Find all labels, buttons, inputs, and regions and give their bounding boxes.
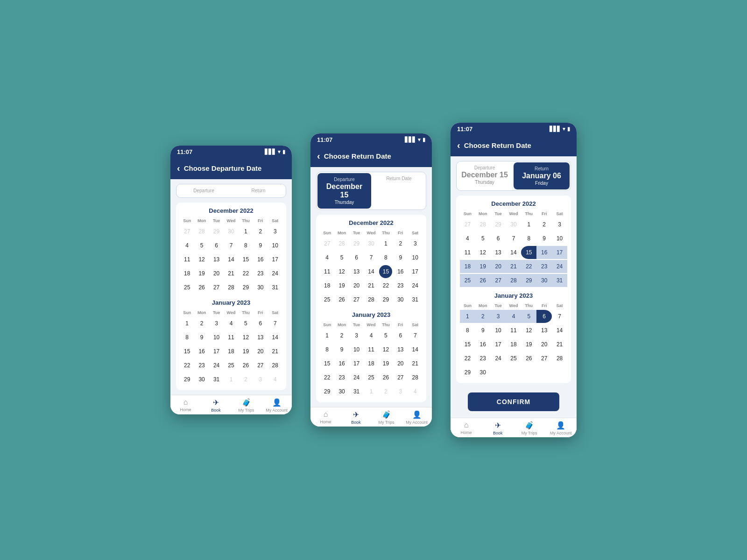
calendar-day[interactable]: 8 [239, 239, 252, 252]
calendar-day[interactable]: 28 [409, 371, 422, 384]
calendar-day[interactable]: 15 [521, 246, 536, 259]
calendar-day[interactable]: 4 [506, 310, 521, 323]
calendar-day[interactable]: 26 [475, 274, 491, 287]
nav-item-my-trips[interactable]: 🧳My Trips [231, 398, 261, 413]
nav-item-book[interactable]: ✈Book [201, 398, 231, 413]
calendar-day[interactable]: 15 [461, 338, 474, 351]
calendar-day[interactable]: 14 [365, 265, 378, 278]
calendar-day[interactable]: 4 [225, 317, 238, 330]
calendar-day[interactable]: 18 [460, 260, 475, 273]
calendar-day[interactable]: 21 [365, 279, 378, 292]
calendar-day[interactable]: 12 [379, 343, 392, 356]
calendar-day[interactable]: 13 [538, 324, 551, 337]
calendar-day[interactable]: 5 [379, 329, 392, 342]
calendar-day[interactable]: 22 [521, 260, 536, 273]
calendar-day[interactable]: 2 [475, 310, 491, 323]
calendar-day[interactable]: 8 [461, 324, 474, 337]
calendar-day[interactable]: 2 [394, 237, 407, 250]
nav-item-my-account[interactable]: 👤My Account [402, 410, 432, 425]
calendar-day[interactable]: 17 [492, 338, 505, 351]
calendar-day[interactable]: 7 [365, 251, 378, 264]
calendar-day[interactable]: 24 [268, 267, 282, 280]
calendar-day[interactable]: 27 [254, 359, 267, 372]
calendar-day[interactable]: 13 [492, 246, 505, 259]
back-button[interactable]: ‹ [317, 151, 320, 161]
calendar-day[interactable]: 10 [553, 232, 566, 245]
calendar-day[interactable]: 16 [254, 253, 267, 266]
calendar-day[interactable]: 7 [553, 310, 566, 323]
calendar-day[interactable]: 18 [181, 267, 194, 280]
calendar-day[interactable]: 28 [553, 352, 566, 365]
calendar-day[interactable]: 7 [225, 239, 238, 252]
return-tab[interactable]: Return January 06 Friday [514, 162, 570, 189]
nav-item-book[interactable]: ✈Book [482, 421, 514, 435]
calendar-day[interactable]: 18 [321, 279, 334, 292]
calendar-day[interactable]: 30 [476, 366, 489, 379]
calendar-day[interactable]: 29 [521, 274, 536, 287]
calendar-day[interactable]: 9 [335, 343, 348, 356]
calendar-day[interactable]: 29 [181, 373, 194, 386]
calendar-day[interactable]: 12 [239, 331, 252, 344]
calendar-day[interactable]: 21 [553, 338, 566, 351]
calendar-day[interactable]: 31 [350, 385, 363, 398]
calendar-day[interactable]: 3 [210, 317, 223, 330]
calendar-day[interactable]: 19 [239, 345, 252, 358]
calendar-day[interactable]: 5 [195, 239, 208, 252]
calendar-day[interactable]: 6 [254, 317, 267, 330]
calendar-day[interactable]: 28 [506, 274, 521, 287]
confirm-button[interactable]: CONFIRM [468, 392, 560, 411]
calendar-day[interactable]: 26 [335, 293, 348, 306]
calendar-day[interactable]: 6 [492, 232, 505, 245]
calendar-day[interactable]: 21 [409, 357, 422, 370]
calendar-day[interactable]: 12 [335, 265, 348, 278]
calendar-day[interactable]: 6 [536, 310, 552, 323]
calendar-day[interactable]: 1 [181, 317, 194, 330]
calendar-day[interactable]: 24 [552, 260, 567, 273]
calendar-day[interactable]: 26 [195, 281, 208, 294]
calendar-day[interactable]: 6 [210, 239, 223, 252]
calendar-day[interactable]: 11 [365, 343, 378, 356]
calendar-day[interactable]: 3 [553, 218, 566, 231]
calendar-day[interactable]: 30 [536, 274, 552, 287]
calendar-day[interactable]: 22 [379, 279, 392, 292]
calendar-day[interactable]: 22 [239, 267, 252, 280]
calendar-day[interactable]: 20 [491, 260, 506, 273]
calendar-day[interactable]: 4 [461, 232, 474, 245]
calendar-day[interactable]: 29 [461, 366, 474, 379]
calendar-day[interactable]: 7 [268, 317, 282, 330]
calendar-day[interactable]: 20 [350, 279, 363, 292]
calendar-day[interactable]: 27 [394, 371, 407, 384]
calendar-day[interactable]: 2 [195, 317, 208, 330]
nav-item-my-trips[interactable]: 🧳My Trips [514, 421, 545, 435]
calendar-day[interactable]: 14 [268, 331, 282, 344]
calendar-day[interactable]: 18 [365, 357, 378, 370]
calendar-day[interactable]: 19 [522, 338, 536, 351]
calendar-day[interactable]: 15 [181, 345, 194, 358]
calendar-day[interactable]: 23 [536, 260, 552, 273]
calendar-day[interactable]: 9 [394, 251, 407, 264]
calendar-day[interactable]: 28 [268, 359, 282, 372]
calendar-day[interactable]: 20 [254, 345, 267, 358]
calendar-day[interactable]: 25 [181, 281, 194, 294]
back-button[interactable]: ‹ [457, 140, 460, 151]
calendar-day[interactable]: 14 [553, 324, 566, 337]
return-tab[interactable]: Return [231, 184, 286, 197]
calendar-day[interactable]: 26 [239, 359, 252, 372]
calendar-day[interactable]: 2 [538, 218, 551, 231]
calendar-day[interactable]: 15 [239, 253, 252, 266]
calendar-day[interactable]: 9 [195, 331, 208, 344]
calendar-day[interactable]: 26 [379, 371, 392, 384]
nav-item-book[interactable]: ✈Book [341, 410, 371, 425]
calendar-day[interactable]: 7 [409, 329, 422, 342]
calendar-day[interactable]: 9 [476, 324, 489, 337]
calendar-day[interactable]: 4 [321, 251, 334, 264]
calendar-day[interactable]: 10 [492, 324, 505, 337]
calendar-day[interactable]: 16 [394, 265, 407, 278]
calendar-day[interactable]: 31 [552, 274, 567, 287]
calendar-day[interactable]: 12 [522, 324, 536, 337]
calendar-day[interactable]: 21 [268, 345, 282, 358]
calendar-day[interactable]: 16 [335, 357, 348, 370]
calendar-day[interactable]: 23 [394, 279, 407, 292]
calendar-day[interactable]: 16 [476, 338, 489, 351]
calendar-day[interactable]: 5 [476, 232, 489, 245]
